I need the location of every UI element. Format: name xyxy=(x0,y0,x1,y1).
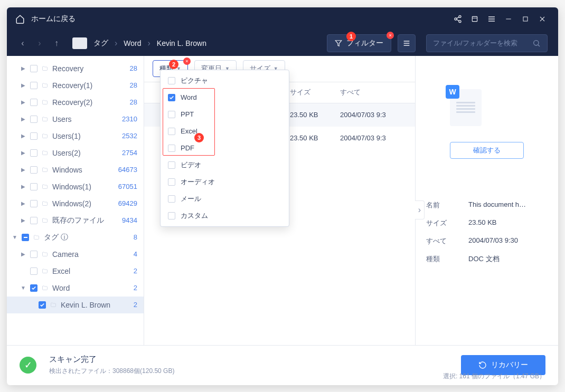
share-icon[interactable] xyxy=(450,12,465,26)
search-box[interactable] xyxy=(426,34,548,52)
sidebar-item[interactable]: ▶ Users(2) 2754 xyxy=(7,145,144,161)
sidebar-item-label: Windows(2) xyxy=(52,199,118,208)
filter-label: フィルター xyxy=(346,39,383,48)
home-link[interactable]: ホームに戻る xyxy=(31,14,76,24)
maximize-icon[interactable] xyxy=(518,12,533,26)
sidebar-item[interactable]: ▶ Recovery(2) 28 xyxy=(7,94,144,111)
dropdown-item[interactable]: オーディオ xyxy=(161,174,289,190)
close-icon[interactable] xyxy=(535,12,550,26)
checkbox[interactable] xyxy=(30,65,37,72)
dropdown-item[interactable]: PDF xyxy=(161,140,289,157)
cell-size: 23.50 KB xyxy=(290,134,340,142)
crumb-tag[interactable]: タグ xyxy=(93,39,108,48)
sidebar-item[interactable]: Excel 2 xyxy=(7,263,144,280)
forward-button[interactable]: › xyxy=(34,38,45,49)
sidebar-item[interactable]: ▶ Camera 4 xyxy=(7,246,144,263)
menu-icon[interactable] xyxy=(484,12,499,26)
sidebar-item[interactable]: ▶ Users 2310 xyxy=(7,111,144,128)
chevron-right-icon: › xyxy=(115,39,117,48)
folder-icon xyxy=(41,82,49,89)
checkbox[interactable] xyxy=(30,166,37,174)
window-icon[interactable] xyxy=(467,12,482,26)
sidebar[interactable]: ▶ Recovery 28▶ Recovery(1) 28▶ Recovery(… xyxy=(7,56,144,345)
checkbox[interactable] xyxy=(30,116,37,123)
clear-type-filter-icon[interactable]: × xyxy=(183,58,191,65)
back-button[interactable]: ‹ xyxy=(17,38,28,49)
search-input[interactable] xyxy=(433,39,532,47)
sidebar-item[interactable]: ▼ Word 2 xyxy=(7,280,144,297)
svg-point-0 xyxy=(459,15,461,17)
svg-point-2 xyxy=(459,20,461,22)
sidebar-item[interactable]: Kevin L. Brown 2 xyxy=(7,297,144,313)
crumb-person[interactable]: Kevin L. Brown xyxy=(157,39,206,47)
meta-name-key: 名前 xyxy=(426,200,468,210)
checkbox[interactable] xyxy=(168,77,175,84)
svg-rect-5 xyxy=(472,16,477,21)
sidebar-item-count: 28 xyxy=(130,98,137,106)
type-dropdown[interactable]: ピクチャWordPPTExcelPDFビデオオーディオメールカスタム xyxy=(160,70,289,227)
checkbox[interactable] xyxy=(30,183,37,190)
sidebar-item[interactable]: ▼ タグ ⓘ 8 xyxy=(7,229,144,246)
dropdown-item[interactable]: PPT xyxy=(161,106,289,123)
meta-size-key: サイズ xyxy=(426,218,468,228)
view-mode-button[interactable] xyxy=(398,34,416,52)
clear-filter-icon[interactable]: × xyxy=(387,32,394,39)
dropdown-item-label: メール xyxy=(181,194,201,204)
sidebar-item[interactable]: ▶ Windows(2) 69429 xyxy=(7,195,144,212)
dropdown-item[interactable]: ビデオ xyxy=(161,157,289,174)
checkbox[interactable] xyxy=(168,195,175,203)
sidebar-item-label: Windows xyxy=(52,166,118,174)
status-title: スキャン完了 xyxy=(49,355,174,365)
checkbox[interactable] xyxy=(30,251,37,258)
dropdown-item-label: PDF xyxy=(181,144,194,152)
checkbox[interactable] xyxy=(30,149,37,157)
svg-point-1 xyxy=(455,18,457,20)
checkbox[interactable] xyxy=(168,178,175,186)
sidebar-item-label: Excel xyxy=(52,267,134,275)
dropdown-item[interactable]: Word xyxy=(161,89,289,106)
sidebar-item-count: 67051 xyxy=(118,183,137,190)
up-button[interactable]: ↑ xyxy=(51,38,62,49)
checkbox[interactable] xyxy=(30,267,37,275)
sidebar-item-label: 既存のファイル xyxy=(52,216,122,225)
checkbox[interactable] xyxy=(30,217,37,224)
sidebar-item[interactable]: ▶ Windows 64673 xyxy=(7,161,144,178)
checkbox[interactable] xyxy=(39,301,46,309)
crumb-word[interactable]: Word xyxy=(124,39,141,47)
checkbox[interactable] xyxy=(30,99,37,106)
dropdown-item[interactable]: メール xyxy=(161,190,289,207)
sidebar-item[interactable]: ▶ 既存のファイル 9434 xyxy=(7,212,144,229)
minimize-icon[interactable] xyxy=(501,12,516,26)
checkbox[interactable] xyxy=(168,161,175,169)
caret-icon: ▶ xyxy=(20,251,27,257)
sidebar-item[interactable]: ▶ Users(1) 2532 xyxy=(7,128,144,145)
checkbox[interactable] xyxy=(30,132,37,140)
checkbox[interactable] xyxy=(168,212,175,219)
checkbox[interactable] xyxy=(30,200,37,207)
sidebar-item[interactable]: ▶ Windows(1) 67051 xyxy=(7,178,144,195)
checkbox[interactable] xyxy=(168,145,175,152)
checkbox[interactable] xyxy=(30,82,37,89)
collapse-panel-button[interactable]: › xyxy=(415,200,425,219)
dropdown-item[interactable]: ピクチャ xyxy=(161,72,289,89)
folder-icon xyxy=(41,150,49,156)
checkbox[interactable] xyxy=(22,234,29,241)
checkbox[interactable] xyxy=(168,128,175,135)
svg-line-4 xyxy=(457,17,459,18)
cell-date: 2004/07/03 9:3 xyxy=(340,134,407,142)
check-icon: ✓ xyxy=(20,357,36,374)
filter-button[interactable]: フィルター × xyxy=(327,34,391,52)
sidebar-item[interactable]: ▶ Recovery 28 xyxy=(7,60,144,77)
folder-icon xyxy=(32,234,41,241)
checkbox[interactable] xyxy=(30,284,37,292)
col-size[interactable]: サイズ xyxy=(290,88,340,97)
dropdown-item[interactable]: カスタム xyxy=(161,207,289,224)
col-all[interactable]: すべて xyxy=(340,88,407,97)
dropdown-item[interactable]: Excel xyxy=(161,123,289,140)
checkbox[interactable] xyxy=(168,111,175,118)
checkbox[interactable] xyxy=(168,94,175,101)
sidebar-item[interactable]: ▶ Recovery(1) 28 xyxy=(7,77,144,94)
sidebar-item-label: Users(2) xyxy=(52,149,122,157)
confirm-button[interactable]: 確認する xyxy=(450,142,524,159)
svg-marker-14 xyxy=(335,40,342,46)
